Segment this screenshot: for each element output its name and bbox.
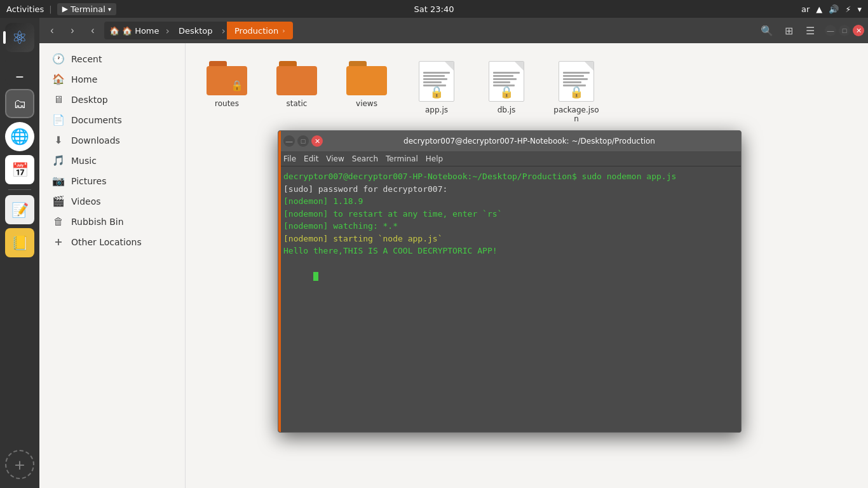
- sidebar-item-home[interactable]: 🏠 Home: [42, 69, 182, 89]
- window-close-button[interactable]: ✕: [853, 25, 864, 36]
- breadcrumb: 🏠 🏠 Home › Desktop › Production ›: [104, 22, 293, 39]
- terminal-dock-icon: _: [17, 64, 24, 78]
- terminal-line-3: [nodemon] 1.18.9: [283, 195, 736, 208]
- activities-button[interactable]: Activities: [6, 4, 44, 14]
- term-menu-edit[interactable]: Edit: [304, 154, 318, 163]
- system-tray: ar ▲ 🔊 ⚡ ▾: [801, 4, 862, 14]
- calendar-icon: 📅: [11, 162, 29, 178]
- power-icon: ⚡: [845, 4, 851, 14]
- terminal-close-button[interactable]: ✕: [311, 135, 323, 147]
- lock-icon: 🔒: [231, 79, 243, 92]
- breadcrumb-home[interactable]: 🏠 🏠 Home: [104, 22, 165, 39]
- terminal-body[interactable]: decryptor007@decryptor007-HP-Notebook:~/…: [278, 166, 741, 432]
- search-button[interactable]: 🔍: [757, 22, 776, 39]
- window-maximize-button[interactable]: □: [839, 25, 850, 36]
- desktop-icon: 🖥: [52, 93, 65, 105]
- dock-add-button[interactable]: +: [5, 450, 34, 479]
- term-menu-terminal[interactable]: Terminal: [386, 154, 418, 163]
- file-manager-sidebar: 🕐 Recent 🏠 Home 🖥 Desktop 📄 Documents ⬇ …: [39, 43, 186, 488]
- term-menu-view[interactable]: View: [326, 154, 344, 163]
- terminal-taskbar-button[interactable]: ▶ Terminal ▾: [57, 3, 116, 15]
- up-button[interactable]: ‹: [84, 22, 102, 39]
- terminal-line-7: Hello there,THIS IS A COOL DECRYPTORIC A…: [283, 245, 736, 257]
- chrome-icon: 🌐: [10, 128, 29, 146]
- wifi-icon: ▲: [816, 4, 822, 14]
- file-item-dbjs[interactable]: 🔒 db.js: [478, 56, 535, 128]
- texteditor-icon: 📝: [11, 202, 29, 218]
- other-locations-icon: +: [52, 236, 65, 248]
- terminal-line-5: [nodemon] watching: *.*: [283, 220, 736, 233]
- system-bar: Activities | ▶ Terminal ▾ Sat 23:40 ar ▲…: [0, 0, 868, 18]
- documents-icon: 📄: [52, 114, 65, 126]
- breadcrumb-production[interactable]: Production ›: [227, 22, 293, 39]
- file-dbjs-icon: 🔒: [489, 61, 524, 102]
- sidebar-item-music[interactable]: 🎵 Music: [42, 151, 182, 170]
- term-menu-file[interactable]: File: [283, 154, 296, 163]
- terminal-title: decryptor007@decryptor007-HP-Notebook: ~…: [323, 137, 736, 146]
- file-manager-toolbar: ‹ › ‹ 🏠 🏠 Home › Desktop › Production › …: [39, 18, 868, 43]
- dock-icon-terminal[interactable]: _: [5, 56, 34, 85]
- file-item-routes[interactable]: 🔒 routes: [198, 56, 255, 128]
- terminal-maximize-button[interactable]: □: [297, 135, 309, 147]
- sidebar-item-rubbish[interactable]: 🗑 Rubbish Bin: [42, 212, 182, 231]
- terminal-line-6: [nodemon] starting `node app.js`: [283, 233, 736, 245]
- language-indicator[interactable]: ar: [801, 4, 810, 14]
- file-packagejson-icon: 🔒: [559, 61, 594, 102]
- sidebar-item-recent[interactable]: 🕐 Recent: [42, 49, 182, 69]
- dock-icon-files[interactable]: 🗂: [5, 89, 34, 118]
- breadcrumb-more: ›: [282, 27, 285, 35]
- file-item-static[interactable]: static: [268, 56, 325, 128]
- sidebar-item-other-locations[interactable]: + Other Locations: [42, 232, 182, 252]
- view-menu-button[interactable]: ☰: [801, 22, 820, 39]
- file-item-appjs[interactable]: 🔒 app.js: [408, 56, 465, 128]
- file-item-views[interactable]: views: [338, 56, 395, 128]
- dock-icon-calendar[interactable]: 📅: [5, 155, 34, 184]
- sidebar-item-documents[interactable]: 📄 Documents: [42, 110, 182, 130]
- term-menu-search[interactable]: Search: [352, 154, 378, 163]
- lock-icon: 🔒: [499, 85, 513, 98]
- terminal-line-2: [sudo] password for decryptor007:: [283, 183, 736, 196]
- breadcrumb-sep1: ›: [165, 25, 171, 37]
- notes-icon: 📒: [11, 235, 29, 251]
- recent-icon: 🕐: [52, 53, 65, 65]
- system-bar-left: Activities | ▶ Terminal ▾: [6, 3, 116, 15]
- dock-active-indicator: [3, 31, 6, 44]
- window-minimize-button[interactable]: —: [825, 25, 836, 36]
- sidebar-item-pictures[interactable]: 📷 Pictures: [42, 171, 182, 191]
- terminal-menubar: File Edit View Search Terminal Help: [278, 151, 741, 166]
- breadcrumb-sep2: ›: [220, 25, 227, 37]
- forward-button[interactable]: ›: [64, 22, 81, 39]
- terminal-icon: ▶: [62, 4, 68, 13]
- terminal-window: — □ ✕ decryptor007@decryptor007-HP-Noteb…: [278, 130, 742, 433]
- breadcrumb-desktop[interactable]: Desktop: [171, 22, 220, 39]
- terminal-minimize-button[interactable]: —: [283, 135, 295, 147]
- sidebar-item-downloads[interactable]: ⬇ Downloads: [42, 130, 182, 150]
- videos-icon: 🎬: [52, 195, 65, 207]
- dock-icon-chrome[interactable]: 🌐: [5, 122, 34, 151]
- dock-separator: [8, 189, 31, 190]
- sidebar-item-desktop[interactable]: 🖥 Desktop: [42, 90, 182, 109]
- folder-routes-icon: 🔒: [207, 61, 247, 95]
- rubbish-icon: 🗑: [52, 215, 65, 227]
- file-item-packagejson[interactable]: 🔒 package.json: [548, 56, 605, 128]
- back-button[interactable]: ‹: [43, 22, 61, 39]
- atom-icon: ⚛: [11, 27, 27, 48]
- files-icon: 🗂: [13, 96, 26, 111]
- window-controls: — □ ✕: [825, 25, 864, 36]
- terminal-cursor: [313, 272, 318, 281]
- terminal-cursor-line: [283, 257, 736, 295]
- application-dock: ⚛ _ 🗂 🌐 📅 📝 📒 +: [0, 18, 39, 488]
- dock-icon-atom[interactable]: ⚛: [5, 23, 34, 52]
- terminal-line-4: [nodemon] to restart at any time, enter …: [283, 208, 736, 220]
- downloads-icon: ⬇: [52, 134, 65, 146]
- power-menu-icon[interactable]: ▾: [857, 4, 862, 14]
- lock-icon: 🔒: [430, 85, 444, 98]
- term-menu-help[interactable]: Help: [426, 154, 443, 163]
- fm-toolbar-right: 🔍 ⊞ ☰ — □ ✕: [757, 22, 864, 39]
- view-grid-button[interactable]: ⊞: [779, 22, 798, 39]
- dock-icon-texteditor[interactable]: 📝: [5, 195, 34, 224]
- sidebar-item-videos[interactable]: 🎬 Videos: [42, 191, 182, 211]
- file-appjs-icon: 🔒: [419, 61, 454, 102]
- terminal-header: — □ ✕ decryptor007@decryptor007-HP-Noteb…: [278, 131, 741, 151]
- dock-icon-notes[interactable]: 📒: [5, 228, 34, 257]
